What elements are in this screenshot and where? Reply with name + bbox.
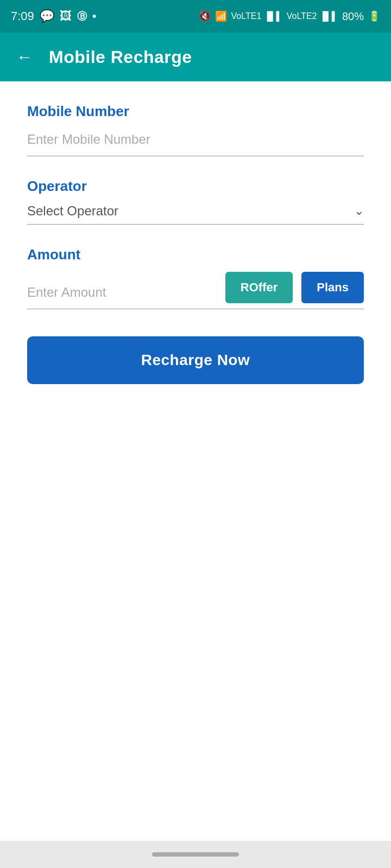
chevron-down-icon: ⌄ (354, 204, 364, 218)
battery-icon: 🔋 (368, 10, 380, 22)
status-time: 7:09 (11, 9, 34, 23)
amount-input[interactable] (27, 282, 217, 303)
operator-select[interactable]: Select Operator ⌄ (27, 203, 364, 225)
amount-section: Amount ROffer Plans (27, 246, 364, 309)
battery-percent: 80% (342, 10, 364, 23)
status-right: 🔇 📶 VoLTE1 ▐▌▌ VoLTE2 ▐▌▌ 80% 🔋 (199, 10, 380, 23)
main-content: Mobile Number Operator Select Operator ⌄… (0, 81, 391, 841)
bottom-indicator (152, 852, 239, 857)
mobile-number-wrapper (27, 129, 364, 156)
amount-row: ROffer Plans (27, 272, 364, 309)
page-title: Mobile Recharge (49, 47, 192, 67)
mobile-number-input[interactable] (27, 129, 364, 150)
plans-button[interactable]: Plans (301, 272, 364, 303)
bottom-bar (0, 841, 391, 868)
toolbar: ← Mobile Recharge (0, 33, 391, 81)
amount-label: Amount (27, 246, 364, 263)
lte1-icon: VoLTE1 ▐▌▌ (231, 11, 282, 21)
mute-icon: 🔇 (199, 10, 211, 22)
status-bar: 7:09 💬 🖼 Ⓑ • 🔇 📶 VoLTE1 ▐▌▌ VoLTE2 ▐▌▌ 8… (0, 0, 391, 33)
operator-value: Select Operator (27, 203, 118, 219)
lte2-icon: VoLTE2 ▐▌▌ (287, 11, 338, 21)
wifi-icon: 📶 (215, 10, 227, 22)
back-button[interactable]: ← (16, 49, 33, 65)
recharge-now-button[interactable]: Recharge Now (27, 336, 364, 384)
roffer-button[interactable]: ROffer (225, 272, 293, 303)
chat-icon: 💬 (40, 9, 54, 23)
dot-indicator: • (92, 9, 97, 23)
operator-label: Operator (27, 178, 364, 195)
mobile-number-label: Mobile Number (27, 103, 364, 120)
b-icon: Ⓑ (77, 10, 87, 23)
status-left: 7:09 💬 🖼 Ⓑ • (11, 9, 97, 23)
operator-section: Operator Select Operator ⌄ (27, 178, 364, 225)
mobile-number-section: Mobile Number (27, 103, 364, 156)
image-icon: 🖼 (60, 9, 72, 23)
